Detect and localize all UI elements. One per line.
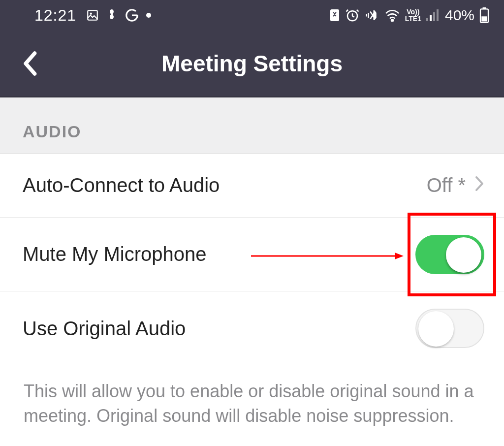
battery-icon [479,7,489,23]
card-icon [329,8,340,22]
row-auto-connect-audio[interactable]: Auto-Connect to Audio Off * [0,154,504,218]
svg-marker-13 [395,253,404,259]
status-left: 12:21 [34,6,151,25]
svg-point-1 [90,13,92,15]
google-icon [125,8,139,23]
wifi-icon [384,9,400,22]
app-icon [106,8,118,22]
row-value: Off * [427,174,466,196]
row-label: Use Original Audio [23,318,186,340]
svg-rect-10 [483,7,486,9]
row-mute-my-microphone[interactable]: Mute My Microphone [0,218,504,291]
page-title: Meeting Settings [0,50,504,77]
svg-rect-7 [433,12,435,21]
setting-description: This will allow you to enable or disable… [0,365,504,446]
back-button[interactable] [20,49,39,78]
battery-percent: 40% [445,7,474,24]
row-toggle-wrap [415,235,484,274]
toggle-knob [446,237,481,273]
dot-icon [146,13,151,18]
chevron-right-icon [474,174,484,196]
signal-icon [426,9,440,21]
svg-point-4 [391,19,393,21]
alarm-icon [345,8,360,23]
svg-rect-5 [426,18,428,21]
vibrate-icon [365,8,379,23]
svg-rect-6 [430,15,432,21]
image-icon [86,9,99,22]
status-right: Vo))LTE1 40% [329,7,489,24]
section-header-audio: AUDIO [0,97,504,154]
mute-microphone-toggle[interactable] [415,235,484,274]
volte-icon: Vo))LTE1 [405,8,421,22]
svg-rect-0 [88,10,97,20]
title-bar: Meeting Settings [0,31,504,97]
row-label: Auto-Connect to Audio [23,174,220,196]
row-value-wrap: Off * [427,174,484,196]
toggle-knob [418,311,454,347]
row-label: Mute My Microphone [23,243,206,265]
svg-rect-11 [481,16,487,21]
status-bar: 12:21 Vo))LTE1 40% [0,0,504,31]
original-audio-toggle[interactable] [415,309,484,348]
annotation-arrow [251,251,404,261]
svg-rect-8 [437,9,439,21]
row-use-original-audio[interactable]: Use Original Audio [0,291,504,365]
status-time: 12:21 [34,6,76,25]
settings-list: Auto-Connect to Audio Off * Mute My Micr… [0,154,504,446]
row-toggle-wrap [415,309,484,348]
